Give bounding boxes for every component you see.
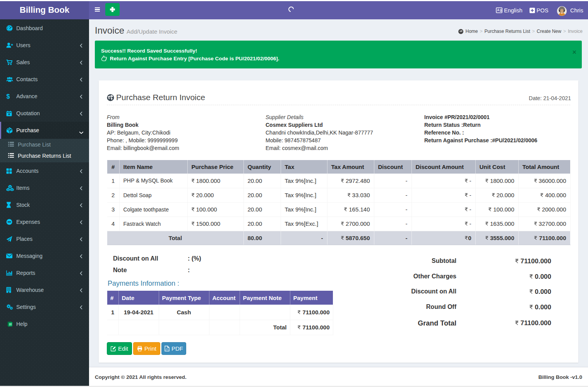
svg-text:$: $ <box>7 93 10 100</box>
